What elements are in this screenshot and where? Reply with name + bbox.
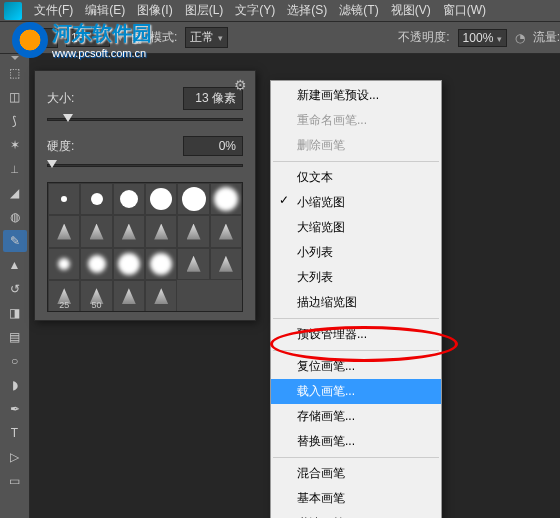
chevron-down-icon[interactable]: ▾ (118, 33, 123, 43)
tool-stamp[interactable]: ▲ (3, 254, 27, 276)
pressure-icon[interactable]: ◔ (515, 31, 525, 45)
tool-brush[interactable]: ✎ (3, 230, 27, 252)
menu-item[interactable]: 载入画笔... (271, 379, 441, 404)
opacity-value[interactable]: 100% ▾ (458, 29, 507, 47)
menu-item[interactable]: 存储画笔... (271, 404, 441, 429)
app-icon (4, 2, 22, 20)
flow-label: 流量: (533, 29, 560, 46)
menu-type[interactable]: 文字(Y) (229, 2, 281, 19)
menu-item[interactable]: 基本画笔 (271, 486, 441, 511)
menu-separator (273, 161, 439, 162)
brush-preset[interactable] (80, 248, 112, 280)
brush-preset[interactable] (145, 280, 177, 312)
menu-item[interactable]: 大列表 (271, 265, 441, 290)
brush-preset[interactable] (210, 183, 242, 215)
menu-file[interactable]: 文件(F) (28, 2, 79, 19)
menu-view[interactable]: 视图(V) (385, 2, 437, 19)
opacity-label: 不透明度: (398, 29, 449, 46)
brush-preset-panel: ⚙ 大小: 13 像素 硬度: 0% 25 (34, 70, 256, 321)
menu-image[interactable]: 图像(I) (131, 2, 178, 19)
tool-type[interactable]: T (3, 422, 27, 444)
menu-window[interactable]: 窗口(W) (437, 2, 492, 19)
tool-shape[interactable]: ▭ (3, 470, 27, 492)
gear-icon[interactable]: ⚙ (234, 77, 247, 93)
tool-eyedropper[interactable]: ◢ (3, 182, 27, 204)
tool-gradient[interactable]: ▤ (3, 326, 27, 348)
menu-item[interactable]: 小缩览图 (271, 190, 441, 215)
menu-select[interactable]: 选择(S) (281, 2, 333, 19)
tool-move[interactable]: ⬚ (3, 62, 27, 84)
toggle-panel-icon[interactable]: ▦ (131, 31, 142, 45)
menu-item[interactable]: 书法画笔 (271, 511, 441, 518)
brush-preset[interactable] (177, 215, 209, 247)
brush-preset[interactable] (113, 248, 145, 280)
brush-preset[interactable] (145, 215, 177, 247)
brush-flyout-menu: 新建画笔预设...重命名画笔...删除画笔仅文本小缩览图大缩览图小列表大列表描边… (270, 80, 442, 518)
tool-dodge[interactable]: ◗ (3, 374, 27, 396)
menu-item[interactable]: 描边缩览图 (271, 290, 441, 315)
menu-filter[interactable]: 滤镜(T) (333, 2, 384, 19)
toolbox-collapse-icon[interactable] (11, 56, 19, 60)
brush-preview-icon[interactable]: • (28, 28, 58, 48)
brush-preset[interactable] (48, 248, 80, 280)
tool-marquee[interactable]: ◫ (3, 86, 27, 108)
hardness-label: 硬度: (47, 138, 74, 155)
tool-blur[interactable]: ○ (3, 350, 27, 372)
menu-item[interactable]: 复位画笔... (271, 354, 441, 379)
size-label: 大小: (47, 90, 74, 107)
brush-preset[interactable] (113, 183, 145, 215)
brush-preset[interactable] (113, 280, 145, 312)
brush-preset[interactable] (48, 183, 80, 215)
mode-label: 模式: (150, 29, 177, 46)
brush-preset[interactable] (177, 183, 209, 215)
brush-preset[interactable]: 25 (48, 280, 80, 312)
menu-layer[interactable]: 图层(L) (179, 2, 230, 19)
brush-size-input[interactable] (66, 29, 110, 47)
toolbox: ⬚ ◫ ⟆ ✶ ⟂ ◢ ◍ ✎ ▲ ↺ ◨ ▤ ○ ◗ ✒ T ▷ ▭ (0, 54, 30, 518)
brush-preset[interactable] (145, 248, 177, 280)
brush-preset[interactable] (80, 183, 112, 215)
brush-preset[interactable] (210, 215, 242, 247)
menu-item[interactable]: 混合画笔 (271, 461, 441, 486)
brush-preset[interactable] (48, 215, 80, 247)
menu-edit[interactable]: 编辑(E) (79, 2, 131, 19)
tool-wand[interactable]: ✶ (3, 134, 27, 156)
tool-heal[interactable]: ◍ (3, 206, 27, 228)
brush-preset[interactable] (145, 183, 177, 215)
menu-separator (273, 350, 439, 351)
menu-item[interactable]: 预设管理器... (271, 322, 441, 347)
brush-preset[interactable] (80, 215, 112, 247)
menu-item[interactable]: 小列表 (271, 240, 441, 265)
menubar: 文件(F) 编辑(E) 图像(I) 图层(L) 文字(Y) 选择(S) 滤镜(T… (0, 0, 560, 22)
brush-presets-grid: 25 50 (47, 182, 243, 312)
menu-item: 删除画笔 (271, 133, 441, 158)
brush-preset[interactable] (177, 248, 209, 280)
hardness-slider[interactable] (47, 158, 243, 172)
menu-separator (273, 457, 439, 458)
menu-separator (273, 318, 439, 319)
tool-lasso[interactable]: ⟆ (3, 110, 27, 132)
mode-select[interactable]: 正常 ▾ (185, 27, 227, 48)
hardness-value[interactable]: 0% (183, 136, 243, 156)
tool-eraser[interactable]: ◨ (3, 302, 27, 324)
tool-crop[interactable]: ⟂ (3, 158, 27, 180)
brush-preset[interactable] (113, 215, 145, 247)
menu-item[interactable]: 新建画笔预设... (271, 83, 441, 108)
tool-path[interactable]: ▷ (3, 446, 27, 468)
brush-preset[interactable]: 50 (80, 280, 112, 312)
tool-pen[interactable]: ✒ (3, 398, 27, 420)
brush-preset[interactable] (210, 248, 242, 280)
menu-item: 重命名画笔... (271, 108, 441, 133)
menu-item[interactable]: 仅文本 (271, 165, 441, 190)
tool-history[interactable]: ↺ (3, 278, 27, 300)
menu-item[interactable]: 大缩览图 (271, 215, 441, 240)
size-slider[interactable] (47, 112, 243, 126)
menu-item[interactable]: 替换画笔... (271, 429, 441, 454)
options-bar: • ▾ ▦ 模式: 正常 ▾ 不透明度: 100% ▾ ◔ 流量: (0, 22, 560, 54)
